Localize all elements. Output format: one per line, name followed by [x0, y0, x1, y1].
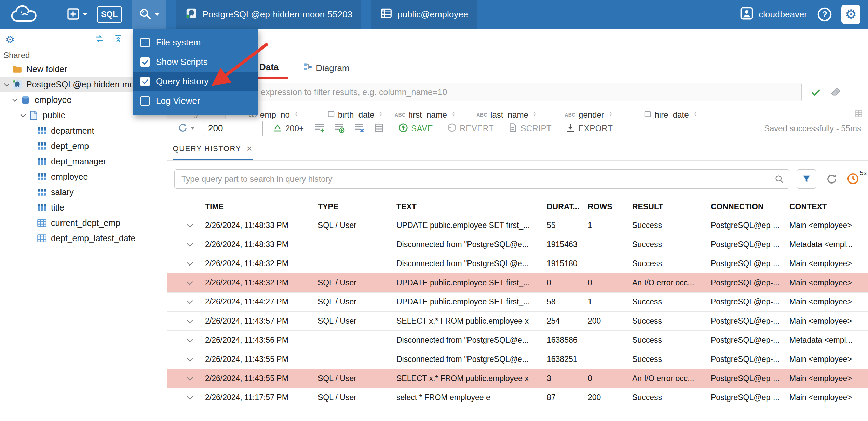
query-history-tab-label: QUERY HISTORY	[173, 144, 241, 153]
tree-item-current-dept-emp[interactable]: current_dept_emp	[0, 215, 167, 231]
history-column-connection: CONNECTION	[704, 202, 783, 212]
menu-item-label: Query history	[156, 76, 209, 87]
chevron-down-icon[interactable]	[187, 319, 193, 323]
export-button[interactable]: EXPORT	[565, 123, 613, 134]
menu-item-file-system[interactable]: File system	[133, 33, 258, 52]
grid-column-header-first_name[interactable]: ABCfirst_name	[389, 105, 463, 119]
tree-item-label: salary	[51, 187, 74, 197]
tab-diagram[interactable]: Diagram	[296, 57, 359, 79]
save-button[interactable]: SAVE	[398, 123, 433, 134]
history-row[interactable]: 2/26/2024, 11:48:32 PMSQL / UserUPDATE p…	[167, 273, 868, 293]
sql-editor-button[interactable]: SQL	[92, 0, 127, 29]
result-filter-input[interactable]	[174, 83, 802, 101]
grid-column-header-hire_date[interactable]: hire_date	[627, 105, 716, 119]
tree-item-title[interactable]: title	[0, 200, 167, 215]
tree-item-dept-emp[interactable]: dept_emp	[0, 138, 167, 154]
fetch-more-rows-button[interactable]: 200+	[272, 122, 304, 135]
sort-icon[interactable]	[531, 110, 538, 119]
sort-icon[interactable]	[692, 110, 699, 119]
date-type-icon	[327, 110, 335, 119]
chevron-down-icon[interactable]	[21, 112, 26, 118]
history-row[interactable]: 2/26/2024, 11:48:33 PMSQL / UserUPDATE p…	[167, 216, 868, 235]
tree-item-salary[interactable]: salary	[0, 185, 167, 200]
history-row[interactable]: 2/26/2024, 11:43:56 PMDisconnected from …	[167, 331, 868, 350]
new-connection-button[interactable]	[62, 0, 92, 29]
unchecked-checkbox-icon[interactable]	[140, 96, 150, 106]
sort-icon[interactable]	[450, 110, 457, 119]
sort-icon[interactable]	[607, 110, 614, 119]
data-editor-toolbar: 200+ SAVE REVERT SCRIPT EX	[167, 119, 868, 138]
collapse-all-icon[interactable]	[113, 33, 123, 45]
grid-column-header-birth_date[interactable]: birth_date	[323, 105, 389, 119]
history-row[interactable]: 2/26/2024, 11:43:55 PMSQL / UserSELECT x…	[167, 369, 868, 388]
history-cell-time: 2/26/2024, 11:48:33 PM	[198, 221, 311, 230]
history-refresh-button[interactable]	[826, 173, 838, 185]
revert-button[interactable]: REVERT	[447, 123, 494, 134]
history-row[interactable]: 2/26/2024, 11:48:32 PMDisconnected from …	[167, 254, 868, 273]
tree-item-department[interactable]: department	[0, 123, 167, 138]
chevron-down-icon[interactable]	[12, 97, 18, 102]
schema-selector[interactable]: public@employee	[371, 0, 477, 29]
chevron-down-icon[interactable]	[187, 261, 193, 266]
clear-filter-eraser-icon[interactable]	[830, 86, 841, 98]
sort-icon[interactable]	[293, 110, 300, 119]
apply-filter-check-icon[interactable]	[810, 86, 822, 98]
chevron-down-icon[interactable]	[187, 357, 193, 362]
row-limit-input[interactable]	[203, 121, 263, 136]
connection-name: PostgreSQL@ep-hidden-moon-55203	[203, 9, 352, 20]
auto-refresh-clock-button[interactable]: 5s	[847, 173, 860, 186]
grid-settings-icon[interactable]	[854, 109, 863, 119]
sidebar-settings-gear-icon[interactable]: ⚙	[5, 33, 15, 45]
refresh-results-button[interactable]	[178, 123, 195, 134]
history-cell-connection: PostgreSQL@ep-...	[704, 336, 783, 345]
history-row[interactable]: 2/26/2024, 11:43:57 PMSQL / UserSELECT x…	[167, 312, 868, 331]
chevron-down-icon[interactable]	[187, 242, 193, 247]
close-icon[interactable]	[247, 144, 253, 153]
folder-icon	[12, 64, 23, 74]
delete-row-button[interactable]	[354, 122, 365, 134]
history-row[interactable]: 2/26/2024, 11:44:27 PMSQL / UserUPDATE p…	[167, 293, 868, 312]
table-icon	[37, 172, 47, 182]
grouping-panel-button[interactable]	[374, 122, 384, 134]
tree-item-dept-emp-latest-date[interactable]: dept_emp_latest_date	[0, 231, 167, 246]
checked-checkbox-icon[interactable]	[140, 57, 150, 67]
tools-menu-button[interactable]	[132, 0, 166, 29]
grid-column-header-last_name[interactable]: ABClast_name	[463, 105, 552, 119]
add-row-button[interactable]	[314, 122, 325, 134]
connection-selector[interactable]: PostgreSQL@ep-hidden-moon-55203	[176, 0, 361, 29]
chevron-down-icon[interactable]	[4, 81, 10, 87]
help-button[interactable]: ?	[817, 6, 832, 22]
tree-item-dept-manager[interactable]: dept_manager	[0, 154, 167, 169]
chevron-down-icon	[191, 127, 195, 130]
history-column-context: CONTEXT	[783, 202, 868, 212]
chevron-down-icon[interactable]	[187, 281, 193, 285]
sync-connection-icon[interactable]	[94, 33, 104, 45]
history-expand-cell	[174, 338, 198, 342]
chevron-down-icon[interactable]	[187, 223, 193, 228]
chevron-down-icon[interactable]	[187, 338, 193, 342]
chevron-down-icon[interactable]	[187, 395, 193, 400]
user-menu[interactable]: cloudbeaver	[740, 6, 807, 23]
script-button[interactable]: SCRIPT	[507, 123, 552, 134]
chevron-down-icon[interactable]	[187, 300, 193, 304]
menu-item-show-scripts[interactable]: Show Scripts	[133, 52, 258, 72]
settings-button[interactable]: ⚙	[841, 5, 860, 24]
unchecked-checkbox-icon[interactable]	[140, 38, 150, 47]
query-history-search-input[interactable]	[174, 169, 789, 189]
sort-icon[interactable]	[377, 110, 384, 119]
history-row[interactable]: 2/26/2024, 11:43:55 PMDisconnected from …	[167, 350, 868, 369]
tree-item-employee[interactable]: employee	[0, 169, 167, 185]
query-history-tab[interactable]: QUERY HISTORY	[173, 138, 253, 160]
grid-column-header-gender[interactable]: ABCgender	[552, 105, 627, 119]
menu-item-log-viewer[interactable]: Log Viewer	[133, 91, 258, 111]
chevron-down-icon[interactable]	[187, 376, 193, 381]
history-row[interactable]: 2/26/2024, 11:17:57 PMSQL / Userselect *…	[167, 388, 868, 407]
history-filter-button[interactable]	[797, 169, 816, 189]
history-row[interactable]: 2/26/2024, 11:48:33 PMDisconnected from …	[167, 235, 868, 254]
tree-item-label: current_dept_emp	[51, 218, 120, 228]
grouping-grid-icon	[374, 122, 384, 134]
menu-item-query-history[interactable]: Query history	[133, 72, 258, 91]
checked-checkbox-icon[interactable]	[140, 77, 150, 86]
history-cell-rows: 0	[581, 374, 625, 383]
duplicate-row-button[interactable]	[334, 122, 345, 134]
